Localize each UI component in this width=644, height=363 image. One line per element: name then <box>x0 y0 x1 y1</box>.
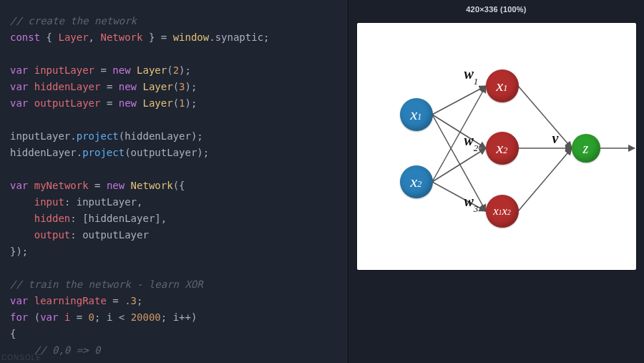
weight-label-w1: w1 <box>464 66 479 85</box>
code-line: for (var i = 0; i < 20000; i++) <box>10 309 348 326</box>
code-line: const { Layer, Network } = window.synapt… <box>10 29 348 46</box>
preview-stage: x1 x2 x1 x2 x1x2 z w1 w2 w3 v <box>348 19 644 363</box>
code-line: var outputLayer = new Layer(1); <box>10 95 348 112</box>
code-line: // train the network - learn XOR <box>10 276 348 293</box>
code-line: inputLayer.project(hiddenLayer); <box>10 128 348 145</box>
preview-canvas[interactable]: x1 x2 x1 x2 x1x2 z w1 w2 w3 v <box>357 23 636 270</box>
preview-dimensions-label: 420×336 (100%) <box>348 0 644 19</box>
node-input-x1: x1 <box>400 98 433 131</box>
comment: // train the network - learn XOR <box>10 279 203 290</box>
weight-label-w3: w3 <box>464 193 479 213</box>
code-line: var myNetwork = new Network({ <box>10 178 348 194</box>
blank-line <box>10 112 348 128</box>
code-line: var inputLayer = new Layer(2); <box>10 62 348 79</box>
code-line: // 0,0 => 0 <box>10 342 348 359</box>
svg-line-4 <box>432 148 486 182</box>
weight-label-w2: w2 <box>464 132 479 152</box>
node-hidden-3: x1x2 <box>486 195 519 228</box>
blank-line <box>10 46 348 62</box>
code-line: }); <box>10 243 348 260</box>
node-hidden-2: x2 <box>486 132 519 165</box>
code-line: hiddenLayer.project(outputLayer); <box>10 145 348 161</box>
node-input-x2: x2 <box>400 165 433 198</box>
code-editor[interactable]: // create the network const { Layer, Net… <box>0 0 348 363</box>
comment: // create the network <box>10 15 137 26</box>
svg-line-8 <box>518 148 572 211</box>
svg-line-0 <box>432 86 486 115</box>
code-line: var hiddenLayer = new Layer(3); <box>10 79 348 95</box>
console-tab[interactable]: CONSOLE <box>1 354 42 362</box>
preview-pane: 420×336 (100%) <box>348 0 644 363</box>
node-output-z: z <box>572 134 600 163</box>
svg-line-6 <box>518 86 572 148</box>
blank-line <box>10 260 348 276</box>
app-root: // create the network const { Layer, Net… <box>0 0 644 363</box>
code-line: { <box>10 326 348 342</box>
code-line: output: outputLayer <box>10 227 348 243</box>
node-hidden-1: x1 <box>486 69 519 102</box>
code-line: input: inputLayer, <box>10 194 348 210</box>
blank-line <box>10 161 348 178</box>
code-line: // create the network <box>10 13 348 29</box>
weight-label-v: v <box>552 130 559 147</box>
code-line: var learningRate = .3; <box>10 293 348 309</box>
code-line: hidden: [hiddenLayer], <box>10 210 348 227</box>
